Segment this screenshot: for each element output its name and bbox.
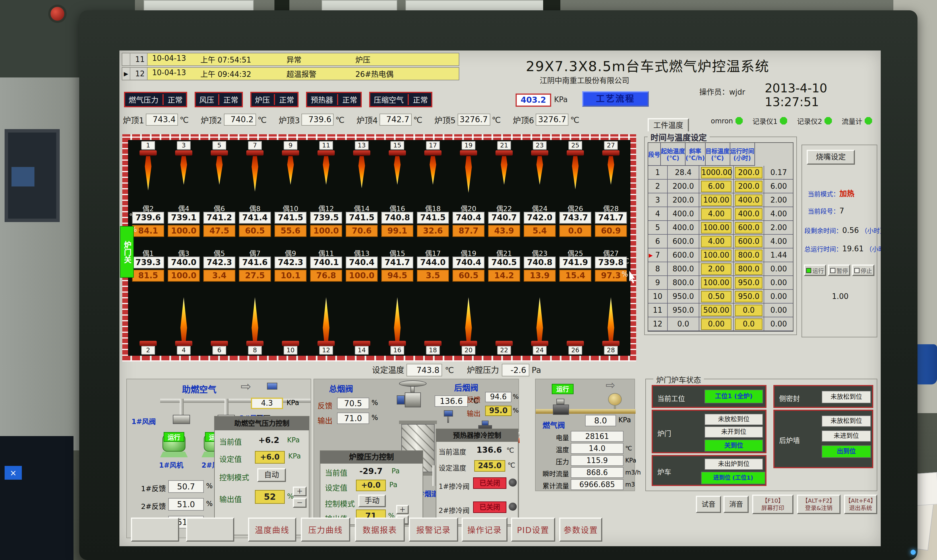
flue-panel: 总烟阀 反馈 70.5 % 输出 71.0 % 136.6 ℃ 1#烟道 2#烟…	[313, 379, 519, 527]
burner-settings-panel: 烧嘴设定 当前模式：加热 当前段号：7 段剩余时间：0.56 （小时） 总运行时…	[801, 145, 877, 337]
thermocouple-label: 偶26	[559, 203, 591, 213]
schedule-row[interactable]: 11 950.0 500.00 0.0 0.00	[648, 303, 793, 317]
chamber-plus-button[interactable]: ＋	[396, 505, 409, 514]
schedule-row[interactable]: 4 400.0 4.00 400.0 4.00	[648, 207, 793, 221]
thermocouple-label: 偶2	[132, 203, 164, 213]
nav-button-temp-curve[interactable]: 温度曲线	[248, 517, 296, 542]
nav-button-operation-log[interactable]: 操作记录	[462, 517, 507, 542]
start-temp-cell: 600.0	[667, 248, 699, 262]
chamber-set-value[interactable]: +0.0	[356, 480, 386, 491]
target-temp-cell[interactable]: 950.0	[734, 276, 764, 290]
thermocouple-temp: 740.5	[488, 257, 520, 269]
nav-button-pressure-curve[interactable]: 压力曲线	[301, 517, 350, 542]
thermocouple-output-pct: 100.0	[346, 270, 378, 282]
schedule-table: 段号 起始温度(℃) 斜率(℃/h) 目标温度(℃) 运	[648, 142, 794, 332]
rear-flue-output[interactable]: 95.0	[485, 406, 512, 416]
thermocouple-output-pct: 47.5	[203, 225, 236, 237]
rate-cell[interactable]: 1000.00	[700, 166, 734, 180]
rate-cell[interactable]: 0.50	[700, 290, 734, 303]
segment-no-cell: 11	[648, 303, 667, 317]
combustion-air-panel: 助燃空气 ⇨ 1#风阀 2#风阀 4.3 KPa 风压 运行 运行 1#风机 2…	[126, 379, 311, 538]
rate-cell[interactable]: 100.00	[700, 193, 734, 207]
nav-button-partial[interactable]	[131, 517, 179, 542]
schedule-row[interactable]: 5 400.0 100.00 600.0 2.00	[648, 221, 793, 235]
thermocouple-cell: 偶28 741.7 60.9	[595, 203, 627, 237]
gas-valve-icon[interactable]	[553, 405, 569, 415]
screen-print-button[interactable]: 【F10】屏幕打印	[752, 495, 794, 514]
air-output-value[interactable]: 52	[255, 490, 285, 504]
nav-button-data-report[interactable]: 数据报表	[355, 517, 405, 542]
schedule-row[interactable]: 12 0.0 0.00 0.0 0.00	[648, 317, 793, 331]
nav-button-alarm-log[interactable]: 报警记录	[409, 517, 458, 542]
roof-temp-item: 炉顶1 743.4 ℃	[123, 114, 189, 126]
target-temp-cell[interactable]: 600.0	[734, 221, 764, 235]
thermocouple-label: 偶21	[488, 248, 520, 258]
exit-system-button[interactable]: 【Alt+F4】退出系统	[844, 495, 877, 514]
roof-temp-item: 炉顶4 742.7 ℃	[356, 114, 422, 126]
rate-cell[interactable]: 4.00	[700, 207, 734, 221]
fan-valve-1-icon[interactable]	[173, 415, 190, 424]
schedule-row[interactable]: 3 200.0 100.00 400.0 2.00	[648, 193, 793, 207]
rear-flue-feedback: 94.6	[485, 392, 512, 402]
nav-button-param-settings[interactable]: 参数设置	[559, 517, 602, 542]
run-button[interactable]: 运行	[804, 265, 826, 276]
datetime: 2013-4-10 13:27:51	[765, 82, 881, 109]
pause-button[interactable]: 暂停	[828, 265, 850, 276]
set-temp-unit: ℃	[445, 366, 454, 375]
schedule-row[interactable]: 2 200.0 6.00 200.0 6.00	[648, 180, 793, 193]
roof-temps: 炉顶1 743.4 ℃ 炉顶2 740.2 ℃ 炉顶3 739.6 ℃	[123, 114, 579, 126]
mute-button[interactable]: 消音	[723, 496, 749, 513]
wind-pressure-value: 4.3	[251, 398, 283, 409]
chamber-mode-button[interactable]: 手动	[358, 495, 386, 507]
air-output-minus-button[interactable]: －	[293, 498, 307, 508]
alarm-row[interactable]: ▶ 12 10-04-13 上午 09:44:32 超温报警 26#热电偶	[122, 67, 459, 80]
segment-no-cell: ▶7	[648, 248, 667, 262]
thermocouple-cell: 偶21 740.5 14.2	[488, 248, 520, 282]
schedule-row[interactable]: 8 800.0 2.00 800.0 0.00	[648, 262, 793, 276]
exchanger-flange	[399, 421, 437, 424]
schedule-row[interactable]: 9 800.0 100.00 950.0 0.00	[648, 276, 793, 290]
thermocouple-temp: 742.0	[524, 212, 556, 224]
rate-cell[interactable]: 500.00	[700, 303, 734, 317]
rate-cell[interactable]: 0.00	[700, 317, 734, 331]
schedule-row[interactable]: 10 950.0 0.50 950.0 0.00	[648, 290, 793, 303]
target-temp-cell[interactable]: 200.0	[734, 166, 764, 180]
precool-valve1-icon[interactable]	[509, 478, 517, 486]
air-set-value[interactable]: +6.0	[255, 451, 285, 464]
schedule-row[interactable]: 6 600.0 4.00 600.0 4.00	[648, 235, 793, 248]
air-mode-button[interactable]: 自动	[257, 468, 286, 482]
target-temp-cell[interactable]: 800.0	[734, 248, 764, 262]
rate-cell[interactable]: 100.00	[700, 221, 734, 235]
target-temp-cell[interactable]: 0.0	[734, 317, 764, 331]
rate-cell[interactable]: 2.00	[700, 262, 734, 276]
roof-temp-value: 742.7	[379, 114, 411, 126]
precool-set-temp[interactable]: 245.0	[474, 460, 505, 472]
flue-valve-body-icon[interactable]	[405, 392, 421, 408]
air-output-plus-button[interactable]: ＋	[293, 486, 307, 496]
schedule-row[interactable]: 1 28.4 1000.00 200.0 0.17	[648, 166, 793, 180]
rate-cell[interactable]: 6.00	[700, 180, 734, 193]
login-logout-button[interactable]: 【ALT+F2】登录&注销	[797, 495, 840, 514]
burner-settings-button[interactable]: 烧嘴设定	[807, 150, 855, 165]
target-temp-cell[interactable]: 600.0	[734, 235, 764, 248]
rate-cell[interactable]: 100.00	[700, 248, 734, 262]
target-temp-cell[interactable]: 800.0	[734, 262, 764, 276]
burner-number: 24	[533, 346, 547, 355]
stop-button[interactable]: 停止	[852, 265, 874, 276]
target-temp-cell[interactable]: 200.0	[734, 180, 764, 193]
alarm-row[interactable]: 11 10-04-13 上午 07:54:51 异常 炉压	[122, 53, 459, 66]
target-temp-cell[interactable]: 950.0	[734, 290, 764, 303]
burner-number: 26	[569, 346, 582, 355]
sound-test-button[interactable]: 试音	[696, 496, 721, 513]
nav-button-pid-settings[interactable]: PID设置	[511, 517, 555, 542]
rate-cell[interactable]: 4.00	[700, 235, 734, 248]
workpiece-temp-button[interactable]: 工件温度	[648, 118, 689, 133]
process-flow-button[interactable]: 工艺流程	[582, 91, 649, 107]
precool-valve2-icon[interactable]	[509, 503, 517, 511]
rate-cell[interactable]: 100.00	[700, 276, 734, 290]
target-temp-cell[interactable]: 0.0	[734, 303, 764, 317]
target-temp-cell[interactable]: 400.0	[734, 193, 764, 207]
target-temp-cell[interactable]: 400.0	[734, 207, 764, 221]
schedule-row[interactable]: ▶7 600.0 100.00 800.0 1.44	[648, 248, 793, 262]
nav-button-partial[interactable]	[186, 517, 234, 542]
